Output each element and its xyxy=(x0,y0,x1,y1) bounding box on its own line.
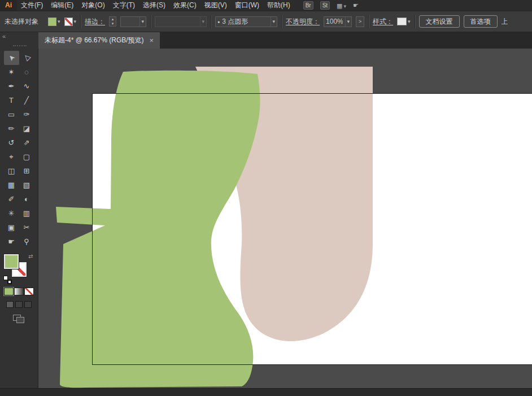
free-transform-tool[interactable]: ▢ xyxy=(19,150,34,164)
menu-edit[interactable]: 编辑(E) xyxy=(47,1,77,10)
chevron-down-icon: ▾ xyxy=(271,17,276,27)
eyedropper-tool[interactable]: ✐ xyxy=(4,192,19,206)
document-tab[interactable]: 未标题-4* @ 66.67% (RGB/预览) × xyxy=(38,32,160,49)
magic-wand-tool[interactable]: ✶ xyxy=(4,65,19,79)
selection-status: 未选择对象 xyxy=(5,17,38,27)
gradient-tool[interactable]: ▧ xyxy=(19,178,34,192)
color-button[interactable] xyxy=(4,288,14,295)
stroke-label[interactable]: 描边： xyxy=(85,17,105,27)
paintbrush-tool[interactable]: ✑ xyxy=(19,107,34,121)
main-area: ➤ ▷ ✶ ◌ ✒ ∿ T ╱ ▭ ✑ ✏ ◪ ↺ ⇗ ⌖ ▢ ◫ ⊞ ▦ ▧ xyxy=(0,49,532,388)
screen-mode-rect xyxy=(16,317,24,323)
color-type-buttons xyxy=(4,288,34,295)
direct-selection-icon: ▷ xyxy=(21,53,32,63)
scale-tool[interactable]: ⇗ xyxy=(19,136,34,150)
separator xyxy=(211,15,211,28)
stroke-weight-stepper[interactable]: ▴ ▾ xyxy=(109,16,116,27)
menu-view[interactable]: 视图(V) xyxy=(200,1,231,10)
document-setup-button[interactable]: 文档设置 xyxy=(419,15,460,28)
stepper-down-icon: ▾ xyxy=(110,21,116,26)
width-profile-combo[interactable]: ▾ xyxy=(155,16,207,27)
canvas-svg xyxy=(38,49,532,388)
pencil-tool[interactable]: ✏ xyxy=(4,121,19,136)
perspective-grid-tool[interactable]: ⊞ xyxy=(19,164,34,178)
close-icon[interactable]: × xyxy=(150,36,154,45)
none-button[interactable] xyxy=(24,288,34,295)
opacity-label[interactable]: 不透明度： xyxy=(286,17,320,27)
brush-dot-icon: ● xyxy=(217,20,220,24)
draw-inside-button[interactable] xyxy=(24,301,32,308)
draw-behind-button[interactable] xyxy=(15,301,23,308)
menu-select[interactable]: 选择(S) xyxy=(139,1,169,10)
zoom-tool[interactable]: ⚲ xyxy=(19,234,34,249)
separator xyxy=(415,15,415,28)
illustrator-window: Ai 文件(F) 编辑(E) 对象(O) 文字(T) 选择(S) 效果(C) 视… xyxy=(0,0,532,396)
panel-grip[interactable] xyxy=(13,45,27,46)
illustrator-logo: Ai xyxy=(0,0,17,11)
rotate-tool[interactable]: ↺ xyxy=(4,136,19,150)
chevron-down-icon: ▾ xyxy=(74,19,77,24)
mini-fill-icon xyxy=(3,276,8,280)
menu-help[interactable]: 帮助(H) xyxy=(263,1,294,10)
brush-definition-value: 3 点圆形 xyxy=(222,17,268,27)
stock-badge[interactable]: St xyxy=(320,1,330,10)
line-segment-tool[interactable]: ╱ xyxy=(19,93,34,107)
clipped-control[interactable]: 上 xyxy=(502,17,509,27)
draw-normal-button[interactable] xyxy=(6,301,14,308)
blend-tool[interactable]: ◐ xyxy=(19,192,34,206)
type-tool[interactable]: T xyxy=(4,93,19,107)
symbol-sprayer-tool[interactable]: ✳ xyxy=(4,206,19,220)
grid-icon: ▦ xyxy=(337,2,342,9)
fill-swatch[interactable] xyxy=(4,254,19,269)
tools-panel-header: « xyxy=(0,32,38,49)
menu-effect[interactable]: 效果(C) xyxy=(169,1,200,10)
menu-bar: Ai 文件(F) 编辑(E) 对象(O) 文字(T) 选择(S) 效果(C) 视… xyxy=(0,0,532,11)
column-graph-tool[interactable]: ▥ xyxy=(19,206,34,220)
curvature-tool[interactable]: ∿ xyxy=(19,79,34,93)
slice-tool[interactable]: ✂ xyxy=(19,220,34,234)
fill-swatch-control[interactable]: ▾ xyxy=(48,18,60,26)
selection-icon: ➤ xyxy=(6,53,16,63)
shape-builder-tool[interactable]: ◫ xyxy=(4,164,19,178)
stroke-weight-combo[interactable]: ▾ xyxy=(120,16,146,27)
artboard-tool[interactable]: ▣ xyxy=(4,220,19,234)
tools-grid: ➤ ▷ ✶ ◌ ✒ ∿ T ╱ ▭ ✑ ✏ ◪ ↺ ⇗ ⌖ ▢ ◫ ⊞ ▦ ▧ xyxy=(4,51,34,249)
chevron-down-icon: ▾ xyxy=(344,3,347,9)
brush-definition-combo[interactable]: ● 3 点圆形 ▾ xyxy=(215,16,277,27)
mesh-tool[interactable]: ▦ xyxy=(4,178,19,192)
gradient-button[interactable] xyxy=(14,288,24,295)
preferences-button[interactable]: 首选项 xyxy=(464,15,498,28)
mini-stroke-icon xyxy=(7,280,12,284)
stroke-none-icon xyxy=(64,18,73,26)
arrange-documents-button[interactable]: ▦▾ xyxy=(337,2,346,10)
opacity-combo[interactable]: 100%▾ xyxy=(324,16,352,27)
lasso-tool[interactable]: ◌ xyxy=(19,65,34,79)
menu-object[interactable]: 对象(O) xyxy=(77,1,108,10)
width-tool[interactable]: ⌖ xyxy=(4,150,19,164)
direct-selection-tool[interactable]: ▷ xyxy=(19,51,34,65)
default-fill-stroke-icon[interactable] xyxy=(3,276,12,284)
opacity-value: 100% xyxy=(326,18,342,25)
swap-fill-stroke-icon[interactable]: ⇄ xyxy=(28,253,33,259)
selection-tool[interactable]: ➤ xyxy=(4,51,19,65)
opacity-flyout-button[interactable]: > xyxy=(356,16,364,27)
eraser-tool[interactable]: ◪ xyxy=(19,121,34,136)
hand-icon[interactable]: ☛ xyxy=(353,2,359,9)
style-swatch-control[interactable]: ▾ xyxy=(397,18,411,25)
canvas-area[interactable] xyxy=(38,49,532,388)
chevron-down-icon: ▾ xyxy=(200,17,205,27)
bridge-badge[interactable]: Br xyxy=(303,1,313,10)
pen-tool[interactable]: ✒ xyxy=(4,79,19,93)
stroke-swatch-control[interactable]: ▾ xyxy=(64,18,77,26)
menu-window[interactable]: 窗口(W) xyxy=(231,1,263,10)
menu-type[interactable]: 文字(T) xyxy=(109,1,139,10)
style-label[interactable]: 样式： xyxy=(373,17,393,27)
style-swatch-icon xyxy=(397,18,407,25)
rectangle-tool[interactable]: ▭ xyxy=(4,107,19,121)
collapse-panel-icon[interactable]: « xyxy=(2,33,6,40)
separator xyxy=(368,15,369,28)
screen-mode-button[interactable] xyxy=(13,315,25,324)
hand-tool[interactable]: ☛ xyxy=(4,234,19,249)
menu-file[interactable]: 文件(F) xyxy=(17,1,47,10)
tab-bar: « 未标题-4* @ 66.67% (RGB/预览) × xyxy=(0,32,532,49)
